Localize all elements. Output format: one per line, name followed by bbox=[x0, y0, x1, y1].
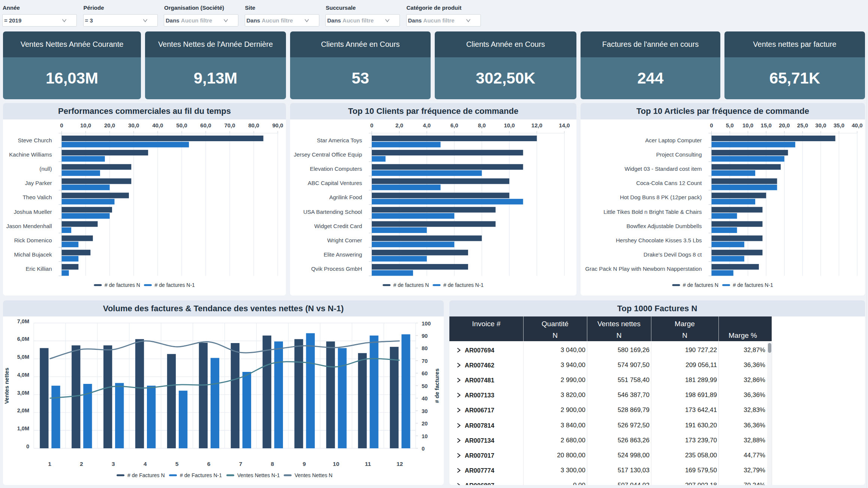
svg-text:4,0: 4,0 bbox=[423, 122, 431, 128]
svg-text:90: 90 bbox=[422, 333, 428, 339]
svg-text:10,0: 10,0 bbox=[504, 122, 515, 128]
svg-text:100: 100 bbox=[422, 321, 431, 327]
svg-text:8,0: 8,0 bbox=[478, 122, 486, 128]
svg-text:4: 4 bbox=[144, 461, 147, 467]
svg-text:5,0M: 5,0M bbox=[17, 354, 29, 360]
svg-text:5: 5 bbox=[175, 461, 179, 467]
svg-text:# de factures: # de factures bbox=[434, 369, 440, 403]
svg-text:70: 70 bbox=[422, 358, 428, 364]
svg-text:10: 10 bbox=[422, 433, 428, 439]
svg-text:Wright Corner: Wright Corner bbox=[327, 237, 362, 243]
svg-text:Widget Credit Card: Widget Credit Card bbox=[314, 223, 362, 229]
svg-text:60,0: 60,0 bbox=[200, 122, 211, 128]
svg-text:35,0: 35,0 bbox=[834, 122, 844, 128]
svg-text:Qvik Process GmbH: Qvik Process GmbH bbox=[311, 266, 362, 272]
svg-text:Hot Dog Buns 8 PK (12per pack): Hot Dog Buns 8 PK (12per pack) bbox=[620, 194, 702, 200]
svg-text:Joshua Mueller: Joshua Mueller bbox=[14, 209, 52, 215]
svg-text:0: 0 bbox=[60, 122, 63, 128]
svg-text:40: 40 bbox=[422, 395, 428, 401]
svg-text:Drake's Devil Dogs 8 ct: Drake's Devil Dogs 8 ct bbox=[644, 251, 702, 258]
svg-text:50,0: 50,0 bbox=[176, 122, 187, 128]
svg-text:6,0: 6,0 bbox=[450, 122, 458, 128]
svg-text:Agrilink Food: Agrilink Food bbox=[329, 194, 362, 200]
svg-text:# de factures N: # de factures N bbox=[683, 282, 718, 288]
svg-text:50: 50 bbox=[422, 383, 428, 389]
svg-text:Hershey Chocolate Kisses 3.5 L: Hershey Chocolate Kisses 3.5 Lbs bbox=[616, 237, 702, 243]
svg-text:10,0: 10,0 bbox=[80, 122, 91, 128]
svg-text:3: 3 bbox=[112, 461, 115, 467]
svg-text:Grac Pack N Play with Newborn: Grac Pack N Play with Newborn Napperstat… bbox=[585, 266, 702, 272]
svg-text:# de factures N-1: # de factures N-1 bbox=[155, 282, 195, 288]
svg-text:# de factures N: # de factures N bbox=[105, 282, 140, 288]
svg-text:Elite Answering: Elite Answering bbox=[323, 251, 362, 258]
svg-text:Ventes nettes: Ventes nettes bbox=[3, 368, 10, 404]
svg-text:# de factures N-1: # de factures N-1 bbox=[443, 282, 484, 288]
svg-text:12,0: 12,0 bbox=[531, 122, 542, 128]
svg-text:Jay Parker: Jay Parker bbox=[25, 180, 52, 186]
svg-text:20,0: 20,0 bbox=[779, 122, 790, 128]
svg-text:Bowflex Adjustable Dumbbells: Bowflex Adjustable Dumbbells bbox=[627, 223, 702, 229]
svg-text:Ventes Nettes N: Ventes Nettes N bbox=[295, 472, 332, 478]
svg-text:90,0: 90,0 bbox=[272, 122, 283, 128]
svg-text:0: 0 bbox=[710, 122, 713, 128]
svg-text:Jersey Central Office Equip: Jersey Central Office Equip bbox=[294, 151, 362, 158]
svg-text:USA Bartending School: USA Bartending School bbox=[303, 209, 362, 215]
svg-text:8: 8 bbox=[271, 461, 274, 467]
svg-text:60: 60 bbox=[422, 370, 428, 376]
svg-text:70,0: 70,0 bbox=[224, 122, 235, 128]
svg-text:# de factures N: # de factures N bbox=[394, 282, 429, 288]
svg-text:14,0: 14,0 bbox=[559, 122, 570, 128]
svg-text:30: 30 bbox=[422, 408, 428, 414]
svg-text:Little Tikes Bold n Bright Tab: Little Tikes Bold n Bright Table & Chair… bbox=[603, 209, 702, 215]
svg-text:(null): (null) bbox=[39, 166, 52, 172]
svg-text:30,0: 30,0 bbox=[815, 122, 826, 128]
svg-text:11: 11 bbox=[365, 461, 371, 467]
svg-text:5,0: 5,0 bbox=[726, 122, 734, 128]
svg-text:40,0: 40,0 bbox=[152, 122, 163, 128]
svg-text:7,0M: 7,0M bbox=[17, 318, 29, 324]
svg-text:Star America Toys: Star America Toys bbox=[317, 137, 362, 143]
svg-text:Widget 03 - Standard cost item: Widget 03 - Standard cost item bbox=[625, 166, 702, 172]
svg-text:1: 1 bbox=[48, 461, 51, 467]
svg-text:6,0M: 6,0M bbox=[17, 336, 29, 342]
svg-text:3,0M: 3,0M bbox=[17, 390, 29, 396]
svg-text:80: 80 bbox=[422, 345, 428, 351]
svg-text:7: 7 bbox=[239, 461, 242, 467]
svg-text:20,0: 20,0 bbox=[104, 122, 115, 128]
svg-text:40,0: 40,0 bbox=[852, 122, 862, 128]
svg-text:Jason Mendenhall: Jason Mendenhall bbox=[6, 223, 52, 229]
svg-text:0: 0 bbox=[26, 443, 29, 449]
svg-text:4,0M: 4,0M bbox=[17, 372, 29, 378]
svg-text:Ventes Nettes N-1: Ventes Nettes N-1 bbox=[237, 472, 280, 478]
svg-text:Acer Laptop Computer: Acer Laptop Computer bbox=[645, 137, 702, 143]
svg-text:Eric Killian: Eric Killian bbox=[25, 266, 52, 272]
svg-text:9: 9 bbox=[302, 461, 306, 467]
svg-text:1,0M: 1,0M bbox=[17, 425, 29, 431]
svg-text:0: 0 bbox=[422, 446, 425, 452]
svg-text:20: 20 bbox=[422, 421, 428, 427]
svg-text:Rick Domenico: Rick Domenico bbox=[14, 237, 52, 243]
svg-text:Project Consulting: Project Consulting bbox=[656, 151, 702, 158]
svg-text:# de factures N-1: # de factures N-1 bbox=[733, 282, 774, 288]
svg-text:2: 2 bbox=[80, 461, 83, 467]
svg-text:Steve Church: Steve Church bbox=[18, 137, 52, 143]
svg-text:# de Factures N-1: # de Factures N-1 bbox=[180, 472, 222, 478]
svg-text:10: 10 bbox=[333, 461, 339, 467]
svg-text:Elevation Computers: Elevation Computers bbox=[310, 166, 362, 172]
svg-text:12: 12 bbox=[397, 461, 403, 467]
svg-text:# de Factures N: # de Factures N bbox=[127, 472, 165, 478]
svg-text:2,0: 2,0 bbox=[395, 122, 403, 128]
svg-text:Michal Bujacek: Michal Bujacek bbox=[14, 251, 52, 258]
svg-text:80,0: 80,0 bbox=[248, 122, 259, 128]
svg-text:25,0: 25,0 bbox=[797, 122, 808, 128]
svg-text:30,0: 30,0 bbox=[128, 122, 139, 128]
svg-text:0: 0 bbox=[370, 122, 373, 128]
svg-text:10,0: 10,0 bbox=[742, 122, 753, 128]
svg-text:15,0: 15,0 bbox=[761, 122, 772, 128]
svg-text:2,0M: 2,0M bbox=[17, 407, 29, 413]
svg-text:Coca-Cola Cans 12 Count: Coca-Cola Cans 12 Count bbox=[636, 180, 702, 186]
svg-text:Theo Valich: Theo Valich bbox=[22, 194, 52, 200]
svg-text:Kachine Williams: Kachine Williams bbox=[9, 151, 52, 158]
svg-text:6: 6 bbox=[207, 461, 211, 467]
svg-text:ABC Capital Ventures: ABC Capital Ventures bbox=[308, 180, 362, 186]
